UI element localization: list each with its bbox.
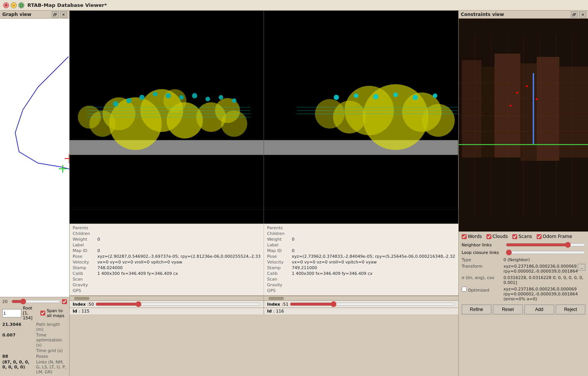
- left-calib-value: 1 400x300 fx=346.409 fy=346.409 cx: [97, 271, 178, 276]
- left-pose-label: Pose: [73, 254, 97, 259]
- right-pose-value: xyz=(2.73962,0.374833,-2.84049e-05; rpy=…: [292, 254, 455, 259]
- root-label: Root [1, 154]: [23, 306, 39, 320]
- refine-button[interactable]: Refine: [462, 305, 491, 314]
- graph-close-button[interactable]: ✕: [60, 11, 67, 17]
- left-scan-row: Scan: [73, 277, 261, 282]
- svg-point-35: [334, 95, 339, 100]
- optimized-label: Optimized: [462, 287, 504, 301]
- reset-button[interactable]: Reset: [493, 305, 523, 314]
- right-parents-row: Parents: [267, 225, 455, 230]
- svg-rect-26: [70, 155, 264, 209]
- type-label: Type: [462, 257, 504, 262]
- left-weight-value: 0: [97, 237, 100, 242]
- loop-closure-slider[interactable]: [506, 250, 586, 255]
- add-button[interactable]: Add: [524, 305, 554, 314]
- graph-slider-checkbox[interactable]: [62, 299, 67, 304]
- titlebar: ✕ − □ RTAB-Map Database Viewer*: [0, 0, 588, 11]
- right-calib-row: Calib 1 400x300 fx=346.409 fy=346.409 cx: [267, 271, 455, 276]
- image-area: [70, 11, 458, 224]
- left-scroll-thumb[interactable]: [74, 297, 89, 300]
- svg-point-21: [232, 98, 236, 103]
- metric-value-4: 88: [2, 354, 33, 359]
- svg-rect-50: [537, 57, 559, 161]
- svg-rect-47: [481, 67, 494, 157]
- metric-value-3: [2, 348, 33, 353]
- right-index-value: :51: [282, 302, 289, 307]
- metric-value-5: (87, 0, 0, 0, 0, 0, 0, 0): [2, 360, 33, 374]
- left-scroll-bar[interactable]: [70, 296, 264, 300]
- right-stamp-row: Stamp 749.211000: [267, 265, 455, 270]
- constraints-view-title: Constraints view: [461, 12, 504, 17]
- constraints-scene-svg: [459, 19, 588, 232]
- clouds-checkbox-label: Clouds: [493, 234, 508, 239]
- span-all-maps-label: Span to all maps: [47, 308, 67, 318]
- feature-point-2: [526, 85, 528, 87]
- constraints-restore-button[interactable]: 🗗: [571, 11, 578, 17]
- right-parents-label: Parents: [267, 225, 292, 230]
- odom-frame-label: Odom Frame: [543, 234, 572, 239]
- reject-button[interactable]: Reject: [556, 305, 585, 314]
- right-scroll-thumb[interactable]: [269, 297, 284, 300]
- right-mapid-value: 0: [292, 248, 294, 253]
- left-mapid-row: Map ID 0: [73, 248, 261, 253]
- right-scan-row: Scan: [267, 277, 455, 282]
- constraints-panel-controls[interactable]: 🗗 ✕: [571, 11, 586, 17]
- odom-checkbox-item: Odom Frame: [537, 234, 572, 239]
- scans-checkbox[interactable]: [512, 234, 517, 239]
- left-pose-value: xyz=(2.90287,0.546902,-3.69737e-05; rpy=…: [97, 254, 261, 259]
- graph-restore-button[interactable]: 🗗: [52, 11, 59, 17]
- right-gps-row: GPS: [267, 288, 455, 293]
- odom-frame-checkbox[interactable]: [537, 234, 542, 239]
- constraints-checkboxes-row: Words Clouds Scans Odom Frame: [462, 234, 586, 239]
- svg-rect-49: [520, 63, 537, 161]
- left-index-slider[interactable]: [95, 301, 261, 307]
- graph-bottom: 20 Root [1, 154] Span to all maps 21.304…: [0, 297, 69, 376]
- svg-point-32: [422, 104, 455, 136]
- window-controls[interactable]: ✕ − □: [3, 2, 24, 8]
- neighbor-links-slider[interactable]: [506, 242, 586, 247]
- left-scene-svg: [70, 11, 264, 224]
- transform-more-button[interactable]: ...: [578, 264, 585, 271]
- optimized-row: Optimized xyz=0.237186,0.000236,0.000069…: [462, 287, 586, 301]
- left-index-bar: Index :50: [70, 300, 264, 308]
- spin-input[interactable]: [2, 309, 21, 317]
- right-panel: Constraints view 🗗 ✕: [459, 11, 588, 376]
- graph-panel-header: Graph view 🗗 ✕: [0, 11, 69, 19]
- right-scroll-bar[interactable]: [264, 296, 458, 300]
- words-checkbox-item: Words: [462, 234, 482, 239]
- clouds-checkbox[interactable]: [486, 234, 491, 239]
- svg-rect-51: [559, 67, 588, 157]
- graph-slider[interactable]: [11, 299, 60, 304]
- sigma-row: σ (lin, ang), cov 0.0316228, 0.0316228 0…: [462, 275, 586, 285]
- right-index-slider[interactable]: [290, 301, 455, 307]
- type-value: 0 (Neighbor): [504, 257, 586, 262]
- left-gravity-label: Gravity: [73, 282, 97, 287]
- left-gravity-row: Gravity: [73, 282, 261, 287]
- clouds-checkbox-item: Clouds: [486, 234, 508, 239]
- graph-view-title: Graph view: [2, 12, 31, 17]
- graph-canvas: [0, 19, 69, 297]
- graph-panel-controls[interactable]: 🗗 ✕: [52, 11, 67, 17]
- svg-point-38: [393, 92, 398, 97]
- right-id-bar: Id : 116: [264, 308, 458, 314]
- svg-point-13: [153, 92, 157, 96]
- minimize-button[interactable]: −: [11, 2, 17, 8]
- middle-scrollbars: [70, 295, 458, 300]
- close-button[interactable]: ✕: [3, 2, 9, 8]
- left-image-view: [70, 11, 264, 224]
- constraints-close-button[interactable]: ✕: [579, 11, 586, 17]
- left-index-label: Index: [73, 302, 86, 307]
- optimized-checkbox[interactable]: [462, 287, 467, 292]
- left-velocity-row: Velocity vx=0 vy=0 vz=0 vroll=0 vpitch=0…: [73, 260, 261, 265]
- right-id-value: : 116: [273, 309, 284, 314]
- right-scan-label: Scan: [267, 277, 292, 282]
- scans-checkbox-item: Scans: [512, 234, 532, 239]
- graph-svg: [0, 19, 69, 297]
- left-label-label: Label: [73, 243, 97, 247]
- feature-point-4: [510, 105, 512, 106]
- svg-point-12: [139, 95, 145, 100]
- right-velocity-value: vx=0 vy=0 vz=0 vroll=0 vpitch=0 vyaw: [292, 260, 377, 265]
- words-checkbox[interactable]: [462, 234, 467, 239]
- span-all-maps-checkbox[interactable]: [40, 311, 45, 316]
- maximize-button[interactable]: □: [18, 2, 24, 8]
